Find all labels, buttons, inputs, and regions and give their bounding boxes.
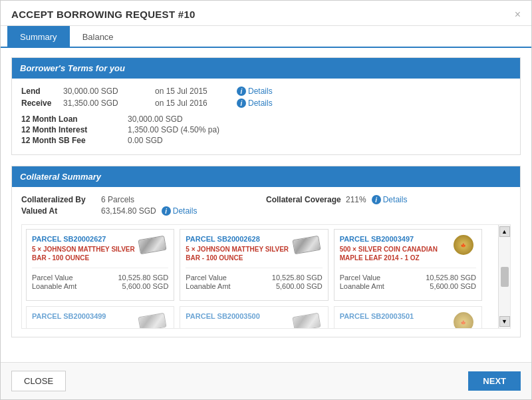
loan-value: 30,000.00 SGD <box>128 114 183 124</box>
parcel-2-loanable-row: Loanable Amt 5,600.00 SGD <box>186 282 322 290</box>
parcel-2-image <box>293 235 320 252</box>
lend-details-link[interactable]: i Details <box>237 87 273 96</box>
receive-details-link[interactable]: i Details <box>237 99 273 108</box>
lend-label: Lend <box>21 87 58 96</box>
parcel-6-image: 🍁 <box>454 312 473 328</box>
collateralized-by-value: 6 Parcels <box>101 195 134 204</box>
sbfee-label: 12 Month SB Fee <box>21 136 128 145</box>
modal-body: Borrower's Terms for you Lend 30,000.00 … <box>1 48 531 362</box>
parcel-card-1-inner: PARCEL SB20002627 5 × JOHNSON MATTHEY SI… <box>32 235 168 295</box>
parcel-1-value-row: Parcel Value 10,525.80 SGD <box>32 274 168 282</box>
lend-info-icon: i <box>237 87 246 96</box>
interest-label: 12 Month Interest <box>21 125 128 134</box>
collateral-summary-section: Collateral Summary Collateralized By 6 P… <box>11 166 521 337</box>
parcel-1-loanable-row: Loanable Amt 5,600.00 SGD <box>32 282 168 290</box>
parcel-card-4-inner: PARCEL SB20003499 <box>32 312 168 328</box>
collateral-summary-header: Collateral Summary <box>12 166 520 187</box>
valued-details-link[interactable]: i Details <box>162 206 198 216</box>
parcels-outer: PARCEL SB20002627 5 × JOHNSON MATTHEY SI… <box>21 224 511 329</box>
coverage-label: Collateral Coverage <box>266 195 346 204</box>
parcel-4-image <box>139 312 166 328</box>
silver-bar-icon-4 <box>138 313 167 328</box>
parcel-card-2: PARCEL SB20002628 5 × JOHNSON MATTHEY SI… <box>180 229 328 301</box>
interest-row: 12 Month Interest 1,350.00 SGD (4.50% pa… <box>21 125 511 134</box>
parcel-card-2-inner: PARCEL SB20002628 5 × JOHNSON MATTHEY SI… <box>186 235 322 295</box>
sbfee-value: 0.00 SGD <box>128 136 163 145</box>
valued-at-label: Valued At <box>21 206 101 216</box>
parcel-card-6-inner: PARCEL SB20003501 🍁 <box>340 312 476 328</box>
loan-row: 12 Month Loan 30,000.00 SGD <box>21 114 511 124</box>
lend-row: Lend 30,000.00 SGD on 15 Jul 2015 i Deta… <box>21 87 511 96</box>
receive-amount: 31,350.00 SGD <box>63 99 150 108</box>
loan-details: 12 Month Loan 30,000.00 SGD 12 Month Int… <box>21 114 511 145</box>
coverage-value: 211% i Details <box>346 195 407 204</box>
silver-bar-icon-2 <box>292 236 321 255</box>
parcels-scrollbar[interactable]: ▲ ▼ <box>498 225 510 328</box>
borrowers-terms-body: Lend 30,000.00 SGD on 15 Jul 2015 i Deta… <box>12 79 520 154</box>
receive-info-icon: i <box>237 99 246 108</box>
loan-label: 12 Month Loan <box>21 114 128 124</box>
parcel-3-loanable-row: Loanable Amt 5,600.00 SGD <box>340 282 476 290</box>
lend-date: on 15 Jul 2015 <box>155 87 231 96</box>
silver-bar-icon-5 <box>292 313 321 328</box>
scroll-down-button[interactable]: ▼ <box>499 316 510 327</box>
receive-label: Receive <box>21 99 58 108</box>
modal-title: ACCEPT BORROWING REQUEST #10 <box>11 9 196 20</box>
collateral-meta-left: Collateralized By 6 Parcels Valued At 63… <box>21 195 266 218</box>
parcel-card-5-inner: PARCEL SB20003500 <box>186 312 322 328</box>
lend-amount: 30,000.00 SGD <box>63 87 150 96</box>
collateral-meta: Collateralized By 6 Parcels Valued At 63… <box>21 195 511 218</box>
tab-bar: Summary Balance <box>1 26 531 48</box>
next-button[interactable]: NEXT <box>468 371 521 391</box>
receive-row: Receive 31,350.00 SGD on 15 Jul 2016 i D… <box>21 99 511 108</box>
valued-at-row: Valued At 63,154.80 SGD i Details <box>21 206 266 216</box>
collateralized-by-row: Collateralized By 6 Parcels <box>21 195 266 204</box>
parcel-5-image <box>293 312 320 328</box>
scroll-up-button[interactable]: ▲ <box>499 226 510 237</box>
tab-summary[interactable]: Summary <box>7 26 70 48</box>
borrowers-terms-section: Borrower's Terms for you Lend 30,000.00 … <box>11 57 521 155</box>
modal-footer: CLOSE NEXT <box>1 362 531 399</box>
silver-bar-icon-1 <box>138 236 167 255</box>
scroll-thumb <box>501 267 509 287</box>
close-button[interactable]: CLOSE <box>11 371 66 391</box>
close-x-button[interactable]: × <box>515 9 521 20</box>
coin-icon-3: 🍁 <box>454 235 473 255</box>
interest-value: 1,350.00 SGD (4.50% pa) <box>128 125 219 134</box>
coverage-row: Collateral Coverage 211% i Details <box>266 195 511 204</box>
borrowers-terms-header: Borrower's Terms for you <box>12 58 520 79</box>
valued-info-icon: i <box>162 206 171 216</box>
parcel-card-4: PARCEL SB20003499 <box>26 306 174 328</box>
parcel-card-3: PARCEL SB20003497 500 × SILVER COIN CANA… <box>334 229 482 301</box>
coin-icon-6: 🍁 <box>454 312 473 328</box>
parcel-2-value-row: Parcel Value 10,525.80 SGD <box>186 274 322 282</box>
receive-date: on 15 Jul 2016 <box>155 99 231 108</box>
modal-header: ACCEPT BORROWING REQUEST #10 × <box>1 1 531 26</box>
sbfee-row: 12 Month SB Fee 0.00 SGD <box>21 136 511 145</box>
parcel-3-image: 🍁 <box>454 235 473 255</box>
parcel-3-value-row: Parcel Value 10,525.80 SGD <box>340 274 476 282</box>
modal-container: ACCEPT BORROWING REQUEST #10 × Summary B… <box>0 0 532 400</box>
parcel-card-3-inner: PARCEL SB20003497 500 × SILVER COIN CANA… <box>340 235 476 295</box>
coverage-details-link[interactable]: i Details <box>372 195 408 204</box>
parcels-scrollable[interactable]: PARCEL SB20002627 5 × JOHNSON MATTHEY SI… <box>22 225 498 328</box>
coverage-info-icon: i <box>372 195 381 204</box>
parcel-card-1: PARCEL SB20002627 5 × JOHNSON MATTHEY SI… <box>26 229 174 301</box>
parcel-card-5: PARCEL SB20003500 <box>180 306 328 328</box>
collateral-meta-right: Collateral Coverage 211% i Details <box>266 195 511 206</box>
valued-at-value: 63,154.80 SGD i Details <box>101 206 197 216</box>
tab-balance[interactable]: Balance <box>70 26 126 48</box>
collateral-summary-body: Collateralized By 6 Parcels Valued At 63… <box>12 187 520 337</box>
parcel-1-image <box>139 235 166 252</box>
parcels-grid: PARCEL SB20002627 5 × JOHNSON MATTHEY SI… <box>22 225 486 328</box>
collateralized-by-label: Collateralized By <box>21 195 101 204</box>
parcel-card-6: PARCEL SB20003501 🍁 <box>334 306 482 328</box>
